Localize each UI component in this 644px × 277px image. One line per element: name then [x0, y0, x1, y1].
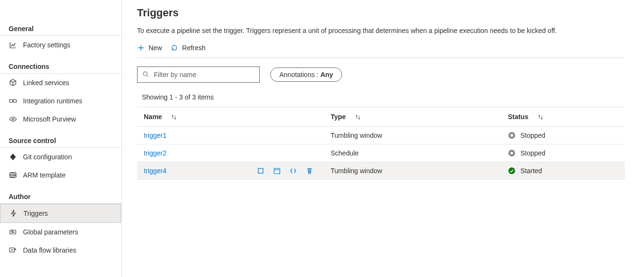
table-row[interactable]: trigger2ScheduleStopped — [137, 144, 625, 162]
sidebar-item-label: Data flow libraries — [23, 246, 76, 254]
svg-point-7 — [143, 72, 147, 76]
type-cell: Tumbling window — [324, 162, 501, 180]
status-cell: Started — [508, 167, 618, 175]
trigger-name-link[interactable]: trigger2 — [144, 149, 166, 157]
sidebar-item-global-parameters[interactable]: Global parameters — [0, 223, 121, 241]
status-text: Stopped — [520, 132, 545, 139]
type-cell: Schedule — [324, 144, 501, 162]
refresh-button[interactable]: Refresh — [171, 44, 206, 52]
annotations-value: Any — [321, 71, 333, 78]
svg-point-2 — [12, 118, 14, 120]
sidebar-item-integration-runtimes[interactable]: Integration runtimes — [0, 92, 121, 110]
svg-rect-6 — [10, 248, 14, 252]
sidebar-section-header: General — [0, 21, 121, 36]
sort-icon — [355, 114, 361, 121]
eye-icon — [9, 115, 17, 123]
status-text: Stopped — [520, 149, 545, 157]
sidebar-item-label: Integration runtimes — [23, 97, 82, 105]
runtimes-icon — [9, 97, 17, 105]
status-text: Started — [520, 167, 542, 175]
col-header-type[interactable]: Type — [324, 107, 501, 127]
annotations-label: Annotations : — [279, 71, 321, 78]
main-panel: Triggers To execute a pipeline set the t… — [122, 0, 644, 277]
sidebar-item-label: ARM template — [23, 171, 66, 179]
sidebar-item-arm-template[interactable]: ARM template — [0, 166, 121, 184]
new-button[interactable]: New — [137, 44, 162, 52]
filter-input-wrapper[interactable] — [137, 66, 260, 83]
annotations-filter[interactable]: Annotations : Any — [270, 67, 342, 82]
schedule-icon[interactable] — [273, 167, 281, 175]
svg-rect-12 — [258, 168, 263, 173]
sidebar-item-label: Triggers — [23, 210, 48, 217]
trigger-name-link[interactable]: trigger4 — [144, 167, 166, 175]
svg-point-4 — [12, 174, 14, 176]
sidebar-item-label: Git configuration — [23, 153, 72, 161]
plus-icon — [137, 44, 145, 52]
new-label: New — [149, 44, 162, 52]
result-count: Showing 1 - 3 of 3 items — [137, 93, 625, 101]
svg-rect-1 — [13, 100, 16, 102]
stop-circle-icon — [508, 149, 516, 157]
sidebar-item-label: Microsoft Purview — [23, 115, 76, 123]
toolbar: New Refresh — [137, 44, 625, 58]
sort-icon — [537, 114, 544, 121]
sidebar-section-header: Source control — [0, 133, 121, 148]
row-actions — [257, 167, 317, 175]
table-row[interactable]: trigger4Tumbling windowStarted — [137, 162, 625, 180]
code-icon[interactable] — [289, 167, 297, 175]
status-cell: Stopped — [508, 149, 618, 157]
sidebar-item-factory-settings[interactable]: Factory settings — [0, 36, 121, 54]
filter-row: Annotations : Any — [137, 66, 625, 83]
sidebar-item-data-flow-libraries[interactable]: Data flow libraries — [0, 241, 121, 259]
svg-rect-11 — [511, 152, 513, 155]
sidebar-item-label: Factory settings — [23, 41, 70, 49]
sidebar-item-git-configuration[interactable]: Git configuration — [0, 148, 121, 166]
refresh-icon — [171, 44, 178, 52]
sidebar-item-linked-services[interactable]: Linked services — [0, 74, 121, 92]
stop-icon[interactable] — [257, 167, 264, 175]
cube-icon — [9, 78, 17, 87]
col-header-status[interactable]: Status — [501, 107, 625, 127]
table-row[interactable]: trigger1Tumbling windowStopped — [137, 127, 625, 144]
filter-input[interactable] — [153, 70, 254, 79]
sidebar-section-header: Connections — [0, 59, 121, 74]
svg-rect-0 — [10, 100, 12, 102]
triggers-table: Name Type Status — [137, 107, 625, 180]
at-icon — [9, 171, 17, 179]
page-description: To execute a pipeline set the trigger. T… — [137, 27, 625, 34]
stop-circle-icon — [508, 132, 516, 139]
dataflow-icon — [9, 246, 17, 255]
diamond-icon — [9, 153, 17, 161]
type-cell: Tumbling window — [324, 127, 501, 144]
sidebar-section-header: Author — [0, 189, 121, 204]
search-icon — [142, 71, 149, 79]
sidebar: GeneralFactory settingsConnectionsLinked… — [0, 0, 122, 277]
sidebar-item-microsoft-purview[interactable]: Microsoft Purview — [0, 110, 121, 128]
trigger-name-link[interactable]: trigger1 — [144, 132, 166, 139]
check-circle-icon — [508, 167, 516, 175]
svg-rect-9 — [511, 134, 513, 137]
bolt-icon — [9, 209, 18, 218]
sidebar-item-label: Linked services — [23, 79, 69, 87]
chart-icon — [9, 41, 17, 49]
svg-rect-13 — [274, 168, 280, 174]
delete-icon[interactable] — [306, 167, 313, 175]
sort-icon — [171, 114, 177, 121]
sidebar-item-label: Global parameters — [23, 228, 78, 236]
col-header-name[interactable]: Name — [137, 107, 324, 127]
globals-icon — [9, 228, 17, 236]
refresh-label: Refresh — [182, 44, 206, 52]
page-title: Triggers — [137, 7, 625, 19]
status-cell: Stopped — [508, 132, 618, 139]
sidebar-item-triggers[interactable]: Triggers — [0, 204, 121, 223]
svg-point-14 — [508, 167, 515, 174]
